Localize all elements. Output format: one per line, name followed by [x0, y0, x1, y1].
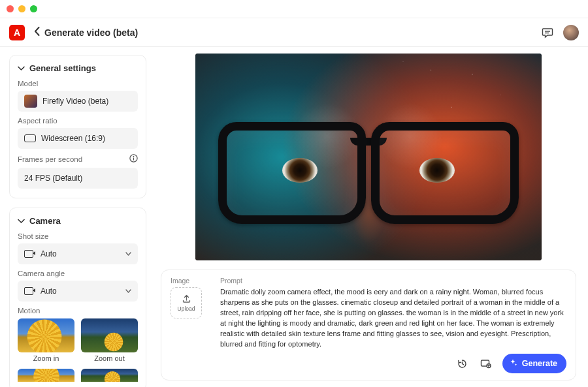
panel-title: Camera — [29, 216, 61, 226]
motion-preset[interactable] — [18, 369, 74, 382]
fps-label: Frames per second — [18, 154, 138, 164]
shot-size-value: Auto — [41, 249, 57, 258]
info-icon[interactable] — [129, 154, 138, 164]
camera-angle-select[interactable]: Auto — [18, 281, 138, 302]
shot-size-select[interactable]: Auto — [18, 243, 138, 264]
window-maximize-button[interactable] — [30, 5, 37, 12]
svg-point-3 — [133, 156, 135, 157]
adobe-logo[interactable]: A — [9, 25, 25, 40]
generate-button[interactable]: Generate — [502, 354, 566, 373]
back-button[interactable] — [34, 27, 41, 38]
model-thumbnail-icon — [24, 95, 37, 108]
history-button[interactable] — [455, 356, 470, 371]
camera-angle-value: Auto — [41, 286, 57, 296]
generate-label: Generate — [522, 359, 557, 368]
prompt-panel: Image Upload Prompt Dramatic dolly zoom … — [161, 270, 576, 380]
motion-label: Motion — [18, 307, 138, 315]
model-label: Model — [18, 80, 138, 87]
aspect-ratio-icon — [24, 134, 36, 142]
window-controls — [7, 5, 37, 12]
window-minimize-button[interactable] — [18, 5, 25, 12]
panel-title: General settings — [29, 63, 96, 73]
camera-panel: Camera Shot size Auto Camera angle Auto … — [9, 208, 146, 387]
chat-icon — [542, 27, 553, 39]
chevron-down-icon — [125, 286, 131, 296]
history-icon — [457, 358, 468, 369]
svg-rect-4 — [133, 158, 134, 161]
motion-preset-zoom-out[interactable]: Zoom out — [81, 318, 138, 362]
prompt-actions: Generate — [220, 354, 566, 373]
settings-button[interactable] — [479, 356, 493, 371]
image-column-label: Image — [171, 277, 208, 285]
video-preview[interactable] — [195, 54, 542, 260]
model-select[interactable]: Firefly Video (beta) — [18, 91, 138, 112]
motion-presets: Zoom in Zoom out — [18, 318, 138, 382]
window-close-button[interactable] — [7, 5, 14, 12]
settings-icon — [480, 359, 492, 369]
image-upload-column: Image Upload — [171, 277, 208, 373]
model-value: Firefly Video (beta) — [42, 97, 108, 106]
shot-size-label: Shot size — [18, 232, 138, 240]
upload-label: Upload — [178, 305, 195, 312]
camera-angle-label: Camera angle — [18, 270, 138, 277]
user-avatar[interactable] — [563, 25, 579, 40]
chevron-left-icon — [34, 27, 41, 36]
general-settings-panel: General settings Model Firefly Video (be… — [9, 55, 146, 198]
comments-button[interactable] — [540, 25, 555, 40]
motion-caption: Zoom out — [81, 354, 138, 362]
general-settings-header[interactable]: General settings — [18, 63, 138, 73]
prompt-column-label: Prompt — [220, 277, 566, 285]
fps-select[interactable]: 24 FPS (Default) — [18, 168, 138, 189]
aspect-ratio-select[interactable]: Widescreen (16:9) — [18, 128, 138, 149]
preview-image — [195, 54, 542, 260]
settings-sidebar: General settings Model Firefly Video (be… — [0, 47, 154, 387]
camera-icon — [24, 287, 35, 295]
aspect-ratio-value: Widescreen (16:9) — [41, 134, 105, 143]
motion-thumbnail — [18, 369, 74, 382]
camera-icon — [24, 250, 35, 258]
chevron-down-icon — [125, 249, 131, 258]
aspect-ratio-label: Aspect ratio — [18, 117, 138, 125]
upload-icon — [182, 294, 191, 304]
prompt-textarea[interactable]: Dramatic dolly zoom camera effect, the m… — [220, 287, 566, 350]
app-header: A Generate video (beta) — [0, 18, 588, 47]
chevron-down-icon — [18, 64, 25, 73]
page-title: Generate video (beta) — [44, 27, 138, 38]
motion-preset[interactable] — [81, 369, 138, 382]
motion-thumbnail — [81, 369, 138, 382]
generate-icon — [509, 358, 518, 369]
window-titlebar — [0, 0, 588, 18]
main-layout: General settings Model Firefly Video (be… — [0, 47, 588, 387]
motion-thumbnail — [81, 318, 138, 352]
camera-panel-header[interactable]: Camera — [18, 216, 138, 226]
chevron-down-icon — [18, 217, 25, 226]
image-upload-button[interactable]: Upload — [171, 287, 202, 318]
prompt-column: Prompt Dramatic dolly zoom camera effect… — [220, 277, 566, 373]
fps-value: 24 FPS (Default) — [24, 174, 82, 183]
motion-thumbnail — [18, 318, 74, 352]
motion-preset-zoom-in[interactable]: Zoom in — [18, 318, 74, 362]
content-area: Image Upload Prompt Dramatic dolly zoom … — [154, 47, 588, 387]
motion-caption: Zoom in — [18, 354, 74, 362]
